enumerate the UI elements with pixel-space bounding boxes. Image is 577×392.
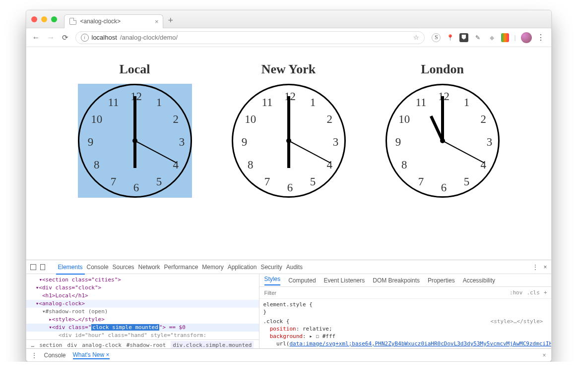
clock-numeral: 8 xyxy=(244,158,257,172)
ext-icon-color[interactable] xyxy=(501,33,509,42)
breadcrumb-item[interactable]: section xyxy=(39,341,62,349)
browser-menu-button[interactable]: ⋮ xyxy=(537,33,545,42)
close-whatsnew-icon[interactable]: × xyxy=(106,351,110,358)
dom-row-analog-clock[interactable]: ▾<analog-clock> xyxy=(26,300,259,308)
drawer-more-button[interactable]: ⋮ xyxy=(31,352,37,359)
elements-tree[interactable]: ▾<section class="cities"> ▾<div class="c… xyxy=(26,274,259,348)
url-bar[interactable]: i localhost/analog-clock/demo/ ☆ xyxy=(75,31,425,44)
hour-hand xyxy=(133,141,136,168)
styles-body[interactable]: element.style { } .clock {<style>…</styl… xyxy=(259,299,551,348)
city-label: Local xyxy=(78,62,192,77)
devtools-tab-network[interactable]: Network xyxy=(136,261,162,274)
clock-center xyxy=(132,138,137,143)
devtools-tab-elements[interactable]: Elements xyxy=(56,261,85,275)
breadcrumb-item[interactable]: div xyxy=(67,341,77,349)
site-info-icon[interactable]: i xyxy=(81,34,89,42)
devtools-tab-audits[interactable]: Audits xyxy=(284,261,305,274)
clock-numeral: 9 xyxy=(238,135,252,149)
browser-tab[interactable]: <analog-clock> × xyxy=(64,14,163,28)
add-rule-button[interactable]: + xyxy=(544,289,547,296)
bookmark-star-icon[interactable]: ☆ xyxy=(413,34,419,41)
devtools-tab-application[interactable]: Application xyxy=(226,261,259,274)
dom-row: ▾<div class="clock"> xyxy=(26,284,259,292)
styles-tab-properties[interactable]: Properties xyxy=(428,277,455,284)
clock-numeral: 11 xyxy=(260,96,274,110)
dom-row: ▾#shadow-root (open) xyxy=(26,308,259,316)
window-controls xyxy=(31,16,57,22)
cls-toggle[interactable]: .cls xyxy=(526,289,540,296)
clock-wrap: 121234567891011 xyxy=(232,84,346,198)
styles-tab-event-listeners[interactable]: Event Listeners xyxy=(324,277,365,284)
data-url-link[interactable]: data:image/svg+xml;base64,PHN2ZyB4bWxucz… xyxy=(290,340,551,347)
clock-numeral: 1 xyxy=(460,96,474,110)
titlebar: <analog-clock> × + xyxy=(26,10,551,28)
inspect-element-icon[interactable] xyxy=(30,264,36,270)
clock-numeral: 8 xyxy=(397,158,411,172)
clock-numeral: 6 xyxy=(437,181,451,195)
browser-toolbar: ← → ⟳ i localhost/analog-clock/demo/ ☆ S… xyxy=(26,28,551,47)
minute-hand xyxy=(133,96,136,141)
styles-filter-input[interactable] xyxy=(263,289,506,296)
clock-numeral: 8 xyxy=(90,158,104,172)
close-window-button[interactable] xyxy=(31,16,37,22)
city-clock: London121234567891011 xyxy=(385,62,500,198)
city-label: London xyxy=(385,62,500,77)
devtools-more-button[interactable]: ⋮ xyxy=(532,264,538,271)
nav-forward-button[interactable]: → xyxy=(47,33,55,42)
devtools-close-button[interactable]: × xyxy=(543,264,547,271)
drawer-tab-whatsnew[interactable]: What's New × xyxy=(73,351,110,359)
breadcrumb-item[interactable]: analog-clock xyxy=(82,341,121,349)
clock-numeral: 3 xyxy=(329,135,343,149)
devtools-tabs: ElementsConsoleSourcesNetworkPerformance… xyxy=(26,260,551,274)
styles-tab-styles[interactable]: Styles xyxy=(264,276,281,285)
nav-back-button[interactable]: ← xyxy=(32,33,40,42)
clock-numeral: 9 xyxy=(84,135,98,149)
devtools-panel: ElementsConsoleSourcesNetworkPerformance… xyxy=(26,260,551,361)
drawer-close-button[interactable]: × xyxy=(542,352,546,359)
styles-tab-computed[interactable]: Computed xyxy=(288,277,316,284)
breadcrumb-item[interactable]: … xyxy=(31,341,35,349)
ext-icon-shield[interactable]: ⛊ xyxy=(459,33,468,42)
ext-icon-s[interactable]: S xyxy=(432,33,441,42)
breadcrumb-item[interactable]: div.clock.simple.mounted xyxy=(171,341,254,349)
device-mode-icon[interactable] xyxy=(40,264,45,270)
styles-tab-dom-breakpoints[interactable]: DOM Breakpoints xyxy=(373,277,420,284)
clock-face: 121234567891011 xyxy=(232,84,346,198)
clock-numeral: 2 xyxy=(322,112,336,126)
elements-breadcrumb[interactable]: …sectiondivanalog-clock#shadow-rootdiv.c… xyxy=(26,339,259,348)
clock-numeral: 6 xyxy=(283,181,297,195)
minimize-window-button[interactable] xyxy=(41,16,47,22)
clock-numeral: 10 xyxy=(397,112,411,126)
new-tab-button[interactable]: + xyxy=(168,15,174,26)
clock-numeral: 1 xyxy=(152,96,166,110)
close-tab-button[interactable]: × xyxy=(155,18,159,25)
ext-icon-drive[interactable]: ◆ xyxy=(487,33,496,42)
clock-numeral: 3 xyxy=(175,135,189,149)
clock-numeral: 5 xyxy=(460,175,474,189)
ext-icon-pin[interactable]: 📍 xyxy=(446,33,454,42)
clock-numeral: 7 xyxy=(260,175,274,189)
clock-numeral: 10 xyxy=(244,112,257,126)
page-content: Local121234567891011New York121234567891… xyxy=(26,47,551,260)
dom-row: ▾<section class="cities"> xyxy=(26,276,259,284)
devtools-tab-sources[interactable]: Sources xyxy=(111,261,136,274)
url-host: localhost xyxy=(92,34,117,41)
ext-icon-picker[interactable]: ✎ xyxy=(473,33,482,42)
maximize-window-button[interactable] xyxy=(51,16,57,22)
city-label: New York xyxy=(232,62,346,77)
clock-numeral: 9 xyxy=(391,135,405,149)
clock-numeral: 7 xyxy=(414,175,428,189)
dom-row-selected[interactable]: ▾<div class="clock simple mounted"> == $… xyxy=(26,324,259,332)
devtools-tab-security[interactable]: Security xyxy=(258,261,284,274)
devtools-tab-memory[interactable]: Memory xyxy=(200,261,225,274)
profile-avatar[interactable] xyxy=(521,32,532,43)
styles-tab-accessibility[interactable]: Accessibility xyxy=(463,277,495,284)
hov-toggle[interactable]: :hov xyxy=(510,289,523,296)
drawer-tab-console[interactable]: Console xyxy=(44,352,66,359)
devtools-tab-performance[interactable]: Performance xyxy=(162,261,200,274)
breadcrumb-item[interactable]: #shadow-root xyxy=(127,341,166,349)
city-clock: Local121234567891011 xyxy=(78,62,192,198)
reload-button[interactable]: ⟳ xyxy=(62,33,68,42)
devtools-tab-console[interactable]: Console xyxy=(85,261,111,274)
city-clock: New York121234567891011 xyxy=(232,62,346,198)
